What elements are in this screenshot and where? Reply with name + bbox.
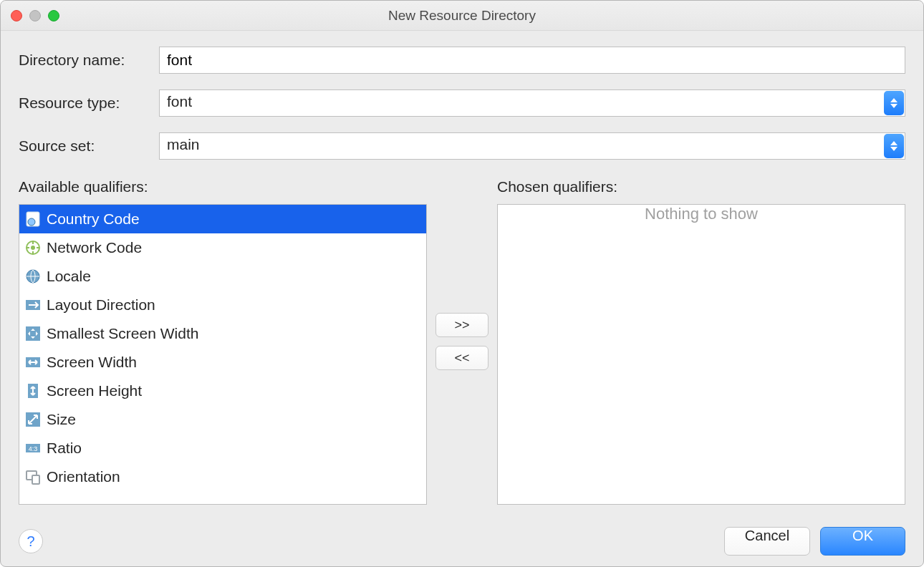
source-set-select[interactable]: main <box>159 132 905 160</box>
chosen-qualifiers-list[interactable]: Nothing to show <box>497 204 905 505</box>
list-item-label: Orientation <box>47 468 120 485</box>
qualifiers-row: Available qualifiers: Country CodeNetwor… <box>19 178 905 505</box>
dialog-content: Directory name: Resource type: font Sour… <box>1 31 923 520</box>
cancel-button[interactable]: Cancel <box>724 527 810 556</box>
list-item[interactable]: 4:3Ratio <box>19 434 426 462</box>
direction-icon <box>25 297 41 313</box>
list-item-label: Screen Height <box>47 382 142 399</box>
svg-point-1 <box>28 218 35 226</box>
svg-point-3 <box>31 246 35 250</box>
directory-name-input[interactable] <box>159 47 905 74</box>
source-set-row: Source set: main <box>19 132 905 160</box>
network-icon <box>25 240 41 256</box>
titlebar: New Resource Directory <box>1 1 923 31</box>
globe-page-icon <box>25 211 41 227</box>
chosen-qualifiers-col: Chosen qualifiers: Nothing to show <box>497 178 905 505</box>
directory-name-row: Directory name: <box>19 47 905 74</box>
resource-type-row: Resource type: font <box>19 89 905 117</box>
resource-type-label: Resource type: <box>19 94 159 112</box>
diag-icon <box>25 412 41 427</box>
ratio-icon: 4:3 <box>25 440 41 456</box>
source-set-value: main <box>159 132 905 160</box>
device-icon <box>25 469 41 485</box>
dialog-footer: ? Cancel OK <box>1 520 923 566</box>
list-item[interactable]: Orientation <box>19 462 426 491</box>
add-qualifier-button[interactable]: >> <box>435 313 489 337</box>
list-item[interactable]: Locale <box>19 262 426 291</box>
list-item-label: Network Code <box>47 239 142 256</box>
list-item[interactable]: Screen Width <box>19 348 426 377</box>
available-qualifiers-list[interactable]: Country CodeNetwork CodeLocaleLayout Dir… <box>19 204 427 505</box>
list-item[interactable]: Country Code <box>19 205 426 233</box>
resource-type-value: font <box>159 89 905 117</box>
chosen-empty-text: Nothing to show <box>498 205 905 223</box>
transfer-buttons-col: >> << <box>427 178 497 505</box>
resource-type-select[interactable]: font <box>159 89 905 117</box>
list-item[interactable]: Network Code <box>19 233 426 262</box>
list-item-label: Locale <box>47 268 91 285</box>
globe-icon <box>25 268 41 284</box>
expand-icon <box>25 326 41 341</box>
ok-button[interactable]: OK <box>820 527 905 556</box>
svg-rect-13 <box>32 475 39 484</box>
dialog-window: New Resource Directory Directory name: R… <box>0 0 924 567</box>
available-qualifiers-col: Available qualifiers: Country CodeNetwor… <box>19 178 427 505</box>
remove-qualifier-button[interactable]: << <box>435 346 489 370</box>
window-title: New Resource Directory <box>1 8 923 24</box>
hresize-icon <box>25 354 41 370</box>
list-item-label: Size <box>47 411 76 428</box>
list-item[interactable]: Layout Direction <box>19 291 426 319</box>
svg-text:4:3: 4:3 <box>29 445 38 452</box>
list-item[interactable]: Screen Height <box>19 377 426 405</box>
chosen-qualifiers-label: Chosen qualifiers: <box>497 178 905 195</box>
list-item-label: Country Code <box>47 210 140 228</box>
list-item-label: Smallest Screen Width <box>47 325 198 342</box>
list-item[interactable]: Size <box>19 405 426 434</box>
list-item-label: Ratio <box>47 440 82 457</box>
list-item-label: Screen Width <box>47 354 137 371</box>
list-item-label: Layout Direction <box>47 296 155 314</box>
source-set-label: Source set: <box>19 137 159 155</box>
list-item[interactable]: Smallest Screen Width <box>19 319 426 348</box>
directory-name-label: Directory name: <box>19 52 159 69</box>
vresize-icon <box>25 383 41 399</box>
help-button[interactable]: ? <box>19 529 43 553</box>
available-qualifiers-label: Available qualifiers: <box>19 178 427 195</box>
